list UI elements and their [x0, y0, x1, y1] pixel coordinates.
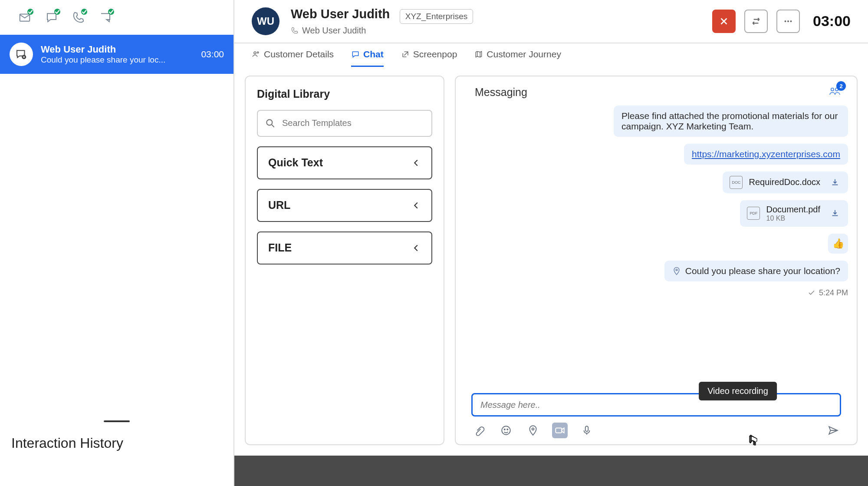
interaction-history-header[interactable]: Interaction History: [0, 424, 233, 486]
chat-channel-icon[interactable]: [44, 10, 59, 25]
more-actions-button[interactable]: [776, 10, 800, 33]
attachment-name: Document.pdf: [766, 205, 820, 215]
video-recording-tooltip: Video recording: [699, 382, 777, 400]
send-button[interactable]: [825, 423, 841, 438]
phone-icon: [291, 26, 299, 34]
svg-point-2: [785, 20, 786, 22]
message-reaction[interactable]: 👍: [828, 234, 848, 254]
conversation-title: Web User Judith: [41, 44, 193, 55]
download-icon[interactable]: [829, 176, 841, 188]
customer-subtitle: Web User Judith: [291, 26, 701, 36]
outbound-chat-channel-icon[interactable]: [98, 10, 113, 25]
messaging-panel: Messaging 2 Please find attached the pro…: [455, 76, 858, 445]
svg-rect-16: [585, 426, 589, 431]
left-panel: Web User Judith Could you please share y…: [0, 0, 234, 486]
compose-area: Video recording: [456, 385, 857, 444]
attachment-row[interactable]: DOC RequiredDoc.docx: [723, 172, 848, 193]
mail-channel-icon[interactable]: [17, 10, 32, 25]
download-icon[interactable]: [829, 207, 841, 219]
attachment-name: RequiredDoc.docx: [749, 177, 820, 187]
tabs: Customer Details Chat Screenpop Customer…: [234, 43, 868, 67]
close-interaction-button[interactable]: [712, 10, 736, 33]
svg-point-8: [831, 88, 834, 91]
footer-strip: [234, 456, 868, 486]
message-link[interactable]: https://marketing.xyzenterprises.com: [684, 144, 848, 165]
tab-customer-details[interactable]: Customer Details: [252, 43, 334, 67]
org-badge[interactable]: XYZ_Enterprises: [400, 9, 473, 24]
user-icon: [252, 50, 260, 59]
location-tool[interactable]: [525, 423, 541, 438]
attachment-size: 10 KB: [766, 215, 820, 222]
messaging-title: Messaging: [475, 86, 527, 99]
map-icon: [474, 50, 483, 59]
mouse-cursor-icon: [746, 435, 758, 447]
conversation-preview: Could you please share your loc...: [41, 55, 193, 65]
library-row-file[interactable]: FILE: [257, 231, 432, 264]
svg-rect-15: [556, 428, 562, 433]
check-icon: [808, 289, 815, 297]
channel-icons: [0, 0, 233, 35]
video-recording-tool[interactable]: [552, 423, 568, 438]
library-row-url[interactable]: URL: [257, 189, 432, 222]
tab-chat[interactable]: Chat: [351, 43, 384, 67]
digital-library-title: Digital Library: [257, 88, 432, 100]
location-request-message: Could you please share your location?: [664, 261, 848, 281]
message-input[interactable]: [471, 393, 841, 417]
phone-channel-icon[interactable]: [71, 10, 86, 25]
chat-icon: [351, 50, 360, 59]
svg-point-5: [254, 52, 256, 54]
svg-point-10: [676, 269, 677, 271]
customer-name: Web User Judith: [291, 7, 390, 21]
svg-point-14: [532, 428, 534, 430]
library-row-quick-text[interactable]: Quick Text: [257, 146, 432, 179]
attachment-row[interactable]: PDF Document.pdf 10 KB: [740, 200, 848, 227]
document-icon: PDF: [747, 207, 760, 220]
audio-tool[interactable]: [579, 423, 595, 438]
digital-library-panel: Digital Library Quick Text URL FILE: [245, 76, 444, 445]
location-pin-icon: [672, 267, 681, 275]
search-icon: [265, 118, 276, 129]
transfer-button[interactable]: [744, 10, 768, 33]
panel-drag-handle[interactable]: [0, 413, 233, 424]
svg-point-11: [502, 426, 510, 435]
svg-point-3: [787, 20, 789, 22]
message-timestamp: 5:24 PM: [808, 288, 848, 298]
svg-point-12: [504, 429, 505, 430]
customer-avatar: WU: [252, 7, 279, 35]
tab-customer-journey[interactable]: Customer Journey: [474, 43, 561, 67]
chevron-left-icon: [411, 243, 421, 253]
svg-point-7: [266, 119, 272, 125]
messages-scroll[interactable]: Please find attached the promotional mat…: [456, 102, 857, 385]
svg-point-6: [257, 52, 259, 53]
participants-count: 2: [836, 81, 846, 91]
message-bubble: Please find attached the promotional mat…: [614, 106, 848, 137]
chevron-left-icon: [411, 201, 421, 210]
tab-screenpop[interactable]: Screenpop: [401, 43, 457, 67]
template-search[interactable]: [257, 110, 432, 137]
customer-header: WU Web User Judith XYZ_Enterprises Web U…: [234, 0, 868, 43]
document-icon: DOC: [730, 176, 743, 189]
chevron-left-icon: [411, 158, 421, 168]
right-area: WU Web User Judith XYZ_Enterprises Web U…: [234, 0, 868, 486]
attachment-tool[interactable]: [471, 423, 487, 438]
external-link-icon: [401, 50, 410, 59]
participants-button[interactable]: 2: [829, 86, 841, 98]
emoji-tool[interactable]: [498, 423, 514, 438]
interaction-timer: 03:00: [809, 13, 851, 30]
conversation-avatar-icon: [10, 43, 33, 66]
svg-point-4: [790, 20, 792, 22]
svg-point-13: [507, 429, 508, 430]
conversation-time: 03:00: [201, 49, 224, 60]
conversation-item-active[interactable]: Web User Judith Could you please share y…: [0, 35, 233, 74]
template-search-input[interactable]: [282, 118, 424, 128]
